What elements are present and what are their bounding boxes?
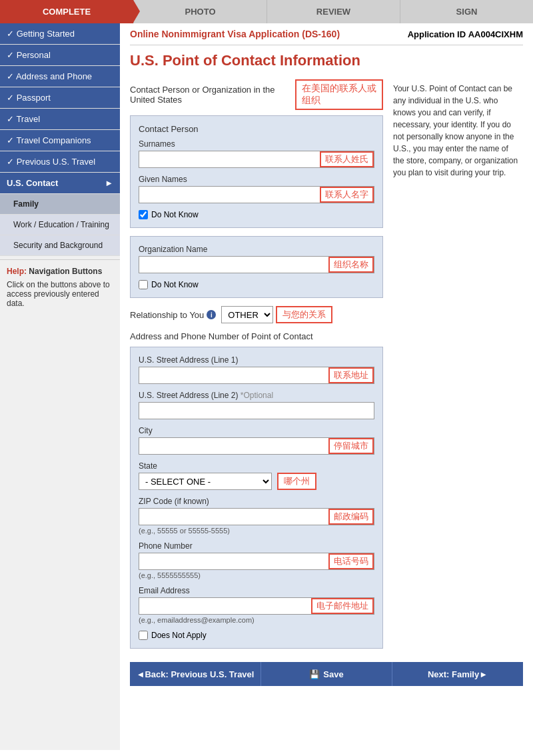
city-label: City (139, 426, 374, 435)
state-select[interactable]: - SELECT ONE - (139, 473, 272, 490)
street-line1-label: U.S. Street Address (Line 1) (139, 355, 374, 365)
app-title: Online Nonimmigrant Visa Application (DS… (130, 29, 340, 39)
sidebar-item-getting-started[interactable]: Getting Started (0, 23, 120, 45)
org-do-not-know-checkbox[interactable] (139, 280, 148, 289)
zip-input-wrap: 邮政编码 (139, 508, 374, 525)
next-button[interactable]: Next: Family (392, 662, 523, 686)
zip-group: ZIP Code (if known) 邮政编码 (e.g., 55555 or… (139, 497, 374, 535)
given-names-input[interactable] (139, 187, 320, 203)
given-names-cn: 联系人名字 (320, 187, 374, 203)
zip-hint: (e.g., 55555 or 55555-5555) (139, 527, 374, 535)
surnames-input[interactable] (139, 151, 320, 167)
phone-label: Phone Number (139, 541, 374, 551)
help-title: Help: Navigation Buttons (7, 267, 113, 276)
app-header: Online Nonimmigrant Visa Application (DS… (130, 23, 523, 45)
email-input-wrap: 电子邮件地址 (139, 597, 374, 615)
state-label: State (139, 461, 374, 471)
phone-input-wrap: 电话号码 (139, 553, 374, 570)
zip-cn: 邮政编码 (328, 509, 374, 525)
address-panel: U.S. Street Address (Line 1) 联系地址 U.S. S… (130, 347, 383, 649)
sidebar-item-personal[interactable]: Personal (0, 45, 120, 66)
nav-complete-label: COMPLETE (43, 7, 91, 17)
top-nav: COMPLETE PHOTO REVIEW SIGN (0, 0, 533, 23)
contact-label-cn: 在美国的联系人或组织 (295, 79, 383, 110)
sidebar-item-us-contact[interactable]: U.S. Contact ► (0, 173, 120, 194)
given-names-label: Given Names (139, 175, 374, 184)
org-name-label: Organization Name (139, 245, 374, 254)
relationship-label: Relationship to You i (130, 310, 216, 320)
given-names-group: Given Names 联系人名字 (139, 175, 374, 203)
nav-photo[interactable]: PHOTO (133, 0, 266, 23)
save-button[interactable]: 💾 Save (261, 662, 392, 686)
org-name-cn: 组织名称 (328, 257, 374, 273)
save-icon: 💾 (309, 669, 320, 679)
org-name-input[interactable] (139, 257, 328, 273)
email-label: Email Address (139, 586, 374, 595)
state-cn: 哪个州 (277, 473, 316, 490)
address-section-label: Address and Phone Number of Point of Con… (130, 331, 383, 341)
nav-complete[interactable]: COMPLETE (0, 0, 133, 23)
phone-group: Phone Number 电话号码 (e.g., 5555555555) (139, 541, 374, 579)
street-line1-group: U.S. Street Address (Line 1) 联系地址 (139, 355, 374, 384)
sidebar-item-family[interactable]: Family (0, 194, 120, 215)
surnames-input-wrap: 联系人姓氏 (139, 151, 374, 168)
do-not-know-checkbox[interactable] (139, 210, 148, 219)
sidebar-item-prev-travel[interactable]: Previous U.S. Travel (0, 151, 120, 173)
street-line1-input[interactable] (139, 367, 328, 383)
sidebar-item-work-edu[interactable]: Work / Education / Training (0, 215, 120, 235)
side-note: Your U.S. Point of Contact can be any in… (390, 79, 523, 649)
sidebar-item-travel-companions[interactable]: Travel Companions (0, 130, 120, 151)
street-line2-group: U.S. Street Address (Line 2) *Optional (139, 391, 374, 419)
sidebar-item-security[interactable]: Security and Background (0, 235, 120, 256)
contact-person-title: Contact Person (139, 124, 374, 134)
help-body: Click on the buttons above to access pre… (7, 280, 113, 308)
relationship-cn: 与您的关系 (276, 306, 332, 323)
main-layout: Getting Started Personal Address and Pho… (0, 23, 533, 750)
sidebar: Getting Started Personal Address and Pho… (0, 23, 120, 750)
org-name-input-wrap: 组织名称 (139, 256, 374, 273)
state-select-row: - SELECT ONE - 哪个州 (139, 473, 374, 490)
street-line1-cn: 联系地址 (328, 367, 374, 383)
contact-person-panel: Contact Person Surnames 联系人姓氏 Given Name… (130, 115, 383, 228)
top-section-row: Contact Person or Organization in the Un… (130, 79, 523, 649)
top-section-left: Contact Person or Organization in the Un… (130, 79, 383, 649)
does-not-apply-row: Does Not Apply (139, 631, 374, 640)
street-line1-wrap: 联系地址 (139, 367, 374, 384)
page-title: U.S. Point of Contact Information (130, 52, 523, 69)
phone-input[interactable] (139, 553, 328, 569)
email-hint: (e.g., emailaddress@example.com) (139, 616, 374, 624)
zip-label: ZIP Code (if known) (139, 497, 374, 506)
email-group: Email Address 电子邮件地址 (e.g., emailaddress… (139, 586, 374, 624)
back-button[interactable]: Back: Previous U.S. Travel (130, 662, 261, 686)
app-id: Application ID AA004CIXHM (408, 29, 523, 39)
relationship-row: Relationship to You i OTHER 与您的关系 (130, 306, 383, 323)
relationship-select-wrap: OTHER 与您的关系 (221, 306, 332, 323)
nav-sign[interactable]: SIGN (400, 0, 533, 23)
city-input[interactable] (139, 438, 328, 454)
surnames-label: Surnames (139, 139, 374, 149)
app-id-value: AA004CIXHM (468, 29, 523, 39)
sidebar-item-address-phone[interactable]: Address and Phone (0, 66, 120, 87)
state-group: State - SELECT ONE - 哪个州 (139, 461, 374, 490)
relationship-select[interactable]: OTHER (221, 306, 273, 323)
nav-review[interactable]: REVIEW (266, 0, 400, 23)
sidebar-item-travel[interactable]: Travel (0, 109, 120, 130)
chevron-right-icon: ► (105, 178, 113, 188)
contact-label-row: Contact Person or Organization in the Un… (130, 79, 383, 110)
city-cn: 停留城市 (328, 438, 374, 454)
zip-input[interactable] (139, 509, 328, 525)
street-line2-input[interactable] (139, 402, 374, 419)
surnames-cn: 联系人姓氏 (320, 151, 374, 167)
email-input[interactable] (139, 598, 311, 614)
sidebar-help: Help: Navigation Buttons Click on the bu… (0, 259, 120, 315)
bottom-nav: Back: Previous U.S. Travel 💾 Save Next: … (130, 662, 523, 686)
info-icon: i (207, 310, 216, 319)
org-name-group: Organization Name 组织名称 (139, 245, 374, 273)
does-not-apply-checkbox[interactable] (139, 631, 148, 640)
sidebar-item-passport[interactable]: Passport (0, 87, 120, 109)
email-cn: 电子邮件地址 (311, 598, 374, 614)
content-area: Online Nonimmigrant Visa Application (DS… (120, 23, 533, 750)
organization-panel: Organization Name 组织名称 Do Not Know (130, 236, 383, 298)
phone-cn: 电话号码 (328, 553, 374, 569)
city-group: City 停留城市 (139, 426, 374, 455)
